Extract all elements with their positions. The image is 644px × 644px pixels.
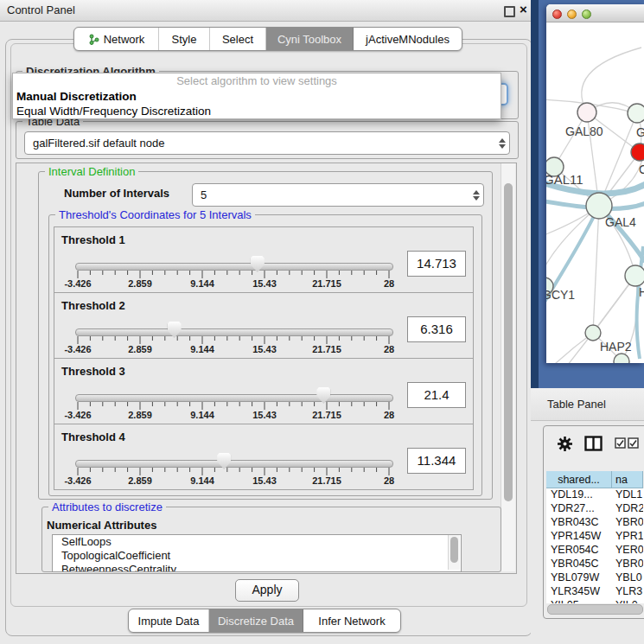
apply-button[interactable]: Apply [235, 579, 299, 602]
table-row[interactable]: YDL19...YDL1 [546, 488, 644, 502]
cell-shared-name[interactable]: YDL19... [546, 488, 612, 502]
cell-shared-name[interactable]: YPR145W [546, 530, 612, 544]
close-icon[interactable]: × [520, 2, 527, 16]
threshold-slider-track[interactable] [75, 263, 393, 271]
threshold-value-field[interactable]: 21.4 [407, 382, 466, 408]
cell-shared-name[interactable]: YER054C [546, 544, 612, 558]
tab-select[interactable]: Select [210, 28, 266, 50]
column-header-shared-name[interactable]: shared... [546, 471, 612, 488]
node-gal80[interactable] [577, 103, 596, 122]
cyni-mode-tabs: Impute Data Discretize Data Infer Networ… [128, 609, 401, 633]
node-red-selected[interactable] [631, 143, 644, 161]
cell-name[interactable]: YBL0 [612, 571, 643, 585]
column-header-name[interactable]: na [612, 471, 643, 488]
checkbox-checked-icon[interactable] [615, 437, 626, 449]
node-label-hap2: HAP2 [600, 340, 632, 354]
number-of-intervals-value: 5 [193, 188, 469, 201]
tab-impute-data[interactable]: Impute Data [129, 609, 209, 632]
split-table-icon[interactable] [584, 436, 603, 451]
cell-shared-name[interactable]: YBR045C [546, 558, 612, 571]
algorithm-dropdown-item-manual[interactable]: Manual Discretization [13, 89, 501, 104]
checkbox-checked-icon-2[interactable] [628, 437, 639, 449]
table-data-combobox-value: galFiltered.sif default node [25, 137, 495, 150]
cell-shared-name[interactable]: YDR27... [546, 502, 612, 516]
thresholds-body: Threshold 1-3.4262.8599.14415.4321.71528… [54, 226, 474, 490]
slider-scale-label: 9.144 [190, 475, 214, 486]
algorithm-dropdown-popup: Select algorithm to view settings Manual… [12, 73, 501, 119]
slider-scale-label: 28 [384, 410, 394, 420]
network-canvas[interactable]: GAL80 G. C GAL11 GAL4 GCY1 H HAP2 [546, 22, 644, 363]
list-item-topologicalcoefficient[interactable]: TopologicalCoefficient [53, 549, 461, 563]
table-horizontal-scrollbar[interactable] [547, 604, 643, 615]
table-panel-title: Table Panel [547, 398, 606, 411]
threshold-value-field[interactable]: 14.713 [407, 251, 466, 277]
tab-discretize-data[interactable]: Discretize Data [209, 609, 303, 632]
network-view-window[interactable]: GAL80 G. C GAL11 GAL4 GCY1 H HAP2 [546, 4, 644, 363]
table-row[interactable]: YBL079WYBL0 [546, 571, 644, 585]
tab-style-label: Style [172, 33, 197, 46]
tab-cyni-toolbox[interactable]: Cyni Toolbox [266, 28, 354, 50]
cell-name[interactable]: YER0 [612, 544, 643, 558]
slider-scale-label: 28 [384, 475, 394, 486]
threshold-value-field[interactable]: 6.316 [407, 316, 466, 342]
table-row-clipped[interactable]: YIL05... YIL0 [546, 599, 644, 603]
cell-shared-name[interactable]: YLR345W [546, 585, 612, 599]
close-traffic-light-icon[interactable] [552, 10, 562, 19]
algorithm-dropdown-item-equal-width[interactable]: Equal Width/Frequency Discretization [13, 104, 501, 118]
threshold-slider-track[interactable] [75, 394, 393, 402]
numerical-attributes-list: SelfLoops TopologicalCoefficient Between… [52, 534, 462, 572]
slider-scale-label: 2.859 [128, 410, 152, 420]
gear-icon[interactable] [557, 436, 573, 452]
tab-jactivemnodules[interactable]: jActiveMNodules [354, 28, 462, 50]
network-window-titlebar [546, 4, 644, 22]
table-row[interactable]: YLR345WYLR3 [546, 585, 644, 599]
minimize-traffic-light-icon[interactable] [567, 10, 577, 19]
tab-discretize-data-label: Discretize Data [218, 615, 294, 628]
threshold-label: Threshold 1 [61, 233, 125, 246]
cell-name[interactable]: YLR3 [612, 585, 643, 599]
panel-divider[interactable] [531, 0, 539, 388]
cell-shared-name[interactable]: YBR043C [546, 516, 612, 530]
node-h[interactable] [625, 265, 644, 286]
cell-shared-name[interactable]: YBL079W [546, 571, 612, 585]
table-data-combobox[interactable]: galFiltered.sif default node [24, 131, 510, 155]
settings-scrollbar-thumb[interactable] [504, 183, 513, 501]
attributes-scrollbar-thumb[interactable] [450, 537, 458, 563]
slider-scale-label: -3.426 [64, 278, 91, 289]
table-row[interactable]: YER054CYER0 [546, 544, 644, 558]
network-nodes[interactable] [546, 103, 644, 363]
table-row[interactable]: YPR145WYPR1 [546, 530, 644, 544]
table-row[interactable]: YBR045CYBR0 [546, 558, 644, 571]
slider-scale-label: 2.859 [128, 278, 152, 289]
threshold-value-field[interactable]: 11.344 [407, 448, 466, 474]
node-partial-top-right[interactable] [628, 104, 644, 123]
list-item-selfloops[interactable]: SelfLoops [53, 535, 461, 549]
table-row[interactable]: YDR27...YDR2 [546, 502, 644, 516]
cell-name[interactable]: YBR0 [612, 558, 643, 571]
cell-name[interactable]: YBR0 [612, 516, 643, 530]
node-label-gal4: GAL4 [605, 215, 636, 229]
node-partial-bottom[interactable] [614, 354, 629, 363]
slider-scale-label: 9.144 [190, 278, 214, 289]
cell-name[interactable]: YPR1 [612, 530, 643, 544]
tab-infer-network[interactable]: Infer Network [303, 609, 400, 632]
node-hap2[interactable] [585, 325, 601, 341]
cell-name[interactable]: YDR2 [612, 502, 643, 516]
zoom-traffic-light-icon[interactable] [582, 10, 591, 19]
threshold-label: Threshold 2 [61, 299, 125, 312]
number-of-intervals-combobox[interactable]: 5 [192, 183, 484, 207]
node-table: shared... na YDL19...YDL1YDR27...YDR2YBR… [546, 471, 644, 603]
list-item-betweennesscentrality[interactable]: BetweennessCentrality [53, 563, 461, 572]
slider-scale-label: 9.144 [190, 410, 214, 420]
tab-style[interactable]: Style [159, 28, 210, 50]
tab-network[interactable]: Network [74, 28, 159, 50]
settings-vertical-scrollbar[interactable] [501, 163, 515, 571]
cell-name[interactable]: YDL1 [612, 488, 643, 502]
threshold-slider-track[interactable] [75, 460, 393, 468]
slider-scale-label: 21.715 [312, 278, 341, 289]
table-row[interactable]: YBR043CYBR0 [546, 516, 644, 530]
float-window-icon[interactable] [504, 6, 515, 17]
slider-scale-label: 21.715 [312, 410, 341, 420]
threshold-slider-track[interactable] [75, 328, 393, 336]
attributes-list-scrollbar[interactable] [448, 535, 460, 570]
